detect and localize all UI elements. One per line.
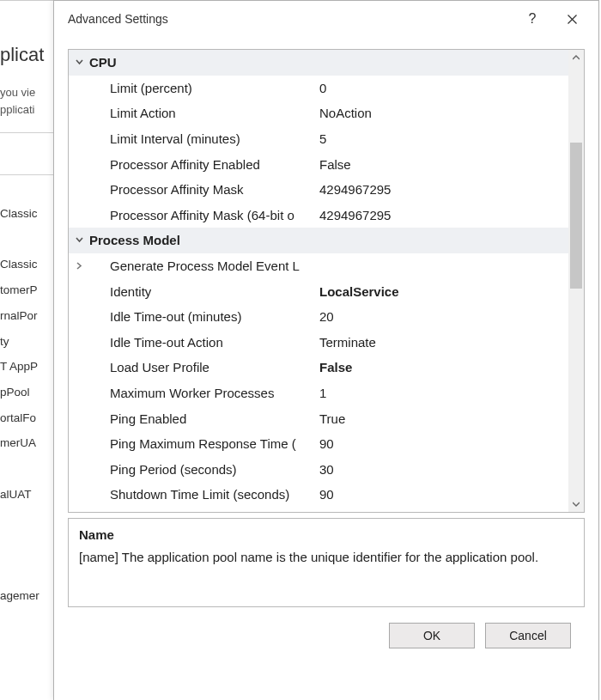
property-row[interactable]: Processor Affinity Mask (64-bit o4294967…	[69, 203, 568, 228]
bg-list-item: agemer	[0, 583, 53, 609]
property-row[interactable]: Ping EnabledTrue	[69, 405, 568, 431]
property-value[interactable]: 90	[313, 436, 568, 451]
chevron-up-icon	[573, 55, 580, 60]
bg-heading: plicat	[0, 1, 53, 66]
bg-divider	[0, 132, 53, 133]
property-row[interactable]: Processor Affinity Mask4294967295	[69, 177, 568, 203]
property-label: Processor Affinity Enabled	[110, 157, 260, 172]
property-label: Generate Process Model Event L	[110, 259, 300, 273]
bg-list-item: alUAT	[0, 482, 53, 508]
scroll-up-button[interactable]	[568, 50, 584, 65]
scroll-down-button[interactable]	[568, 496, 584, 512]
property-label: Load User Profile	[110, 360, 209, 374]
dialog-buttons: OK Cancel	[68, 607, 585, 648]
chevron-down-icon	[69, 57, 89, 69]
bg-list-item: tomerP	[0, 277, 53, 303]
property-row[interactable]: Limit (percent)0	[69, 76, 568, 101]
property-label: Identity	[110, 284, 151, 299]
property-category[interactable]: Process Model	[69, 228, 568, 253]
bg-list-item: Classic	[0, 201, 53, 227]
close-icon	[568, 15, 577, 24]
category-label: Process Model	[89, 233, 180, 247]
chevron-down-icon	[69, 234, 89, 247]
property-row[interactable]: Limit ActionNoAction	[69, 100, 568, 126]
property-label: Limit Interval (minutes)	[110, 131, 240, 146]
property-category[interactable]: CPU	[69, 50, 568, 76]
bg-list-item	[0, 533, 53, 558]
category-label: CPU	[89, 55, 117, 70]
scrollbar-thumb[interactable]	[570, 143, 582, 289]
property-value[interactable]: 0	[313, 81, 568, 95]
property-label: Maximum Worker Processes	[110, 386, 274, 400]
property-row[interactable]: Maximum Worker Processes1	[69, 380, 568, 406]
bg-sub1: you vie	[0, 66, 53, 100]
property-label: Idle Time-out (minutes)	[110, 309, 241, 324]
bg-list-item: T AppP	[0, 354, 53, 380]
property-value[interactable]: True	[313, 411, 568, 426]
bg-list-item: rnalPor	[0, 303, 53, 329]
property-label: Limit Action	[110, 106, 176, 120]
property-label: Processor Affinity Mask (64-bit o	[110, 208, 294, 222]
property-value[interactable]: False	[313, 157, 568, 172]
property-row[interactable]: Idle Time-out (minutes)20	[69, 304, 568, 330]
dialog-title: Advanced Settings	[68, 12, 513, 26]
background-window: plicat you vie pplicati Classic Classict…	[0, 0, 53, 700]
bg-list-item	[0, 558, 53, 584]
property-row[interactable]: Startup Time Limit (seconds)90	[69, 508, 568, 512]
property-row[interactable]: Idle Time-out ActionTerminate	[69, 330, 568, 356]
property-value[interactable]: 5	[313, 131, 568, 146]
property-value[interactable]: NoAction	[313, 106, 568, 120]
property-row[interactable]: Ping Period (seconds)30	[69, 457, 568, 483]
property-value[interactable]: 30	[313, 462, 568, 477]
property-grid-body[interactable]: CPULimit (percent)0Limit ActionNoActionL…	[69, 50, 568, 512]
property-value[interactable]: Terminate	[313, 335, 568, 350]
titlebar: Advanced Settings ?	[54, 1, 598, 37]
property-label: Ping Period (seconds)	[110, 462, 237, 477]
advanced-settings-dialog: Advanced Settings ? CPULimit (percent)0L…	[53, 0, 599, 700]
bg-divider	[0, 174, 53, 175]
close-button[interactable]	[552, 6, 592, 32]
property-value[interactable]: LocalService	[313, 284, 568, 299]
dialog-content: CPULimit (percent)0Limit ActionNoActionL…	[54, 37, 598, 700]
property-label: Ping Enabled	[110, 411, 186, 426]
bg-list-item: Classic	[0, 252, 53, 277]
chevron-right-icon	[69, 260, 89, 272]
property-value[interactable]: 4294967295	[313, 208, 568, 222]
property-value[interactable]: 20	[313, 309, 568, 324]
bg-list: Classic ClassictomerPrnalPortyT AppPpPoo…	[0, 201, 53, 609]
property-value[interactable]: 1	[313, 386, 568, 400]
bg-list-item	[0, 507, 53, 533]
help-button[interactable]: ?	[513, 6, 552, 32]
property-label: Shutdown Time Limit (seconds)	[110, 487, 289, 502]
property-row[interactable]: Ping Maximum Response Time (90	[69, 431, 568, 457]
property-row[interactable]: Shutdown Time Limit (seconds)90	[69, 482, 568, 508]
property-value[interactable]: 4294967295	[313, 182, 568, 197]
cancel-button[interactable]: Cancel	[485, 623, 571, 648]
property-grid: CPULimit (percent)0Limit ActionNoActionL…	[68, 49, 585, 513]
ok-button[interactable]: OK	[389, 623, 475, 648]
chevron-down-icon	[573, 502, 580, 507]
description-body: [name] The application pool name is the …	[79, 548, 574, 567]
property-label: Limit (percent)	[110, 81, 192, 95]
bg-list-item: merUA	[0, 430, 53, 456]
bg-list-item: ty	[0, 329, 53, 355]
property-row[interactable]: Limit Interval (minutes)5	[69, 126, 568, 152]
property-row[interactable]: IdentityLocalService	[69, 278, 568, 304]
property-label: Idle Time-out Action	[110, 335, 223, 350]
property-row[interactable]: Load User ProfileFalse	[69, 355, 568, 380]
property-row[interactable]: Processor Affinity EnabledFalse	[69, 151, 568, 177]
property-label: Ping Maximum Response Time (	[110, 436, 296, 451]
bg-sub2: pplicati	[0, 100, 53, 118]
property-label: Processor Affinity Mask	[110, 182, 244, 197]
bg-list-item: pPool	[0, 380, 53, 405]
bg-list-item	[0, 456, 53, 482]
bg-list-item: ortalFo	[0, 405, 53, 431]
description-title: Name	[79, 526, 574, 545]
bg-list-item	[0, 227, 53, 253]
property-row[interactable]: Generate Process Model Event L	[69, 253, 568, 279]
property-value[interactable]: 90	[313, 487, 568, 502]
property-value[interactable]: False	[313, 360, 568, 374]
description-panel: Name [name] The application pool name is…	[68, 518, 585, 607]
